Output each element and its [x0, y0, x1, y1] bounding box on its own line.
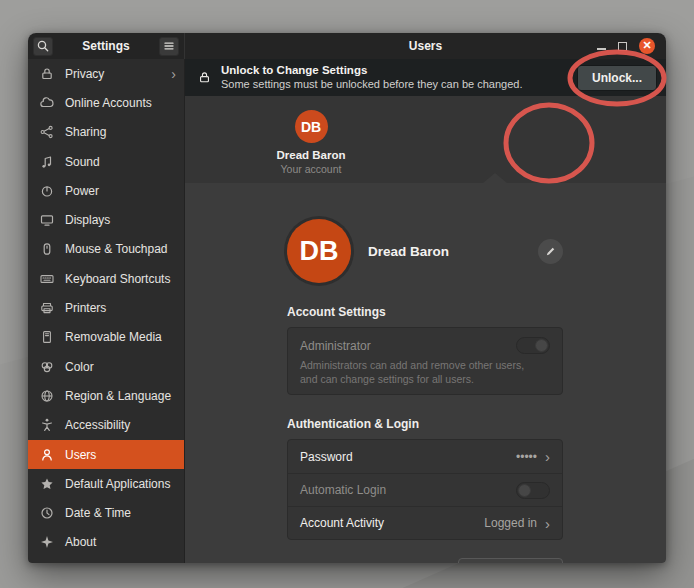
- authentication-login-heading: Authentication & Login: [287, 417, 563, 431]
- display-icon: [39, 212, 55, 228]
- settings-window: Settings Users ✕ Privacy ›: [28, 33, 666, 563]
- globe-icon: [39, 388, 55, 404]
- panel-title: Users: [185, 39, 666, 53]
- sidebar-item-label: Sharing: [65, 125, 106, 139]
- user-icon: [39, 447, 55, 463]
- pencil-icon: [544, 245, 557, 258]
- sidebar-item-displays[interactable]: Displays: [28, 205, 184, 234]
- minimize-button[interactable]: [597, 48, 606, 50]
- sidebar-item-label: Users: [65, 448, 96, 462]
- password-row[interactable]: Password ••••• ›: [288, 440, 562, 473]
- search-button[interactable]: [33, 37, 53, 56]
- sidebar-item-label: Power: [65, 184, 99, 198]
- sidebar-item-accessibility[interactable]: Accessibility: [28, 411, 184, 440]
- remove-user-button[interactable]: Remove User...: [458, 558, 563, 563]
- desktop-background: Settings Users ✕ Privacy ›: [0, 0, 694, 588]
- unlock-banner: Unlock to Change Settings Some settings …: [185, 59, 666, 96]
- automatic-login-row: Automatic Login: [288, 473, 562, 506]
- app-title: Settings: [53, 39, 159, 53]
- chevron-right-icon: ›: [545, 449, 550, 464]
- hamburger-icon: [161, 38, 177, 54]
- administrator-toggle[interactable]: [516, 337, 550, 354]
- account-activity-value: Logged in: [484, 516, 537, 530]
- carousel-user-name: Dread Baron: [246, 149, 376, 161]
- chevron-right-icon: ›: [545, 516, 550, 531]
- sidebar-item-users[interactable]: Users: [28, 440, 184, 469]
- star-icon: [39, 476, 55, 492]
- maximize-button[interactable]: [618, 42, 627, 51]
- unlock-button[interactable]: Unlock...: [577, 65, 657, 91]
- lock-icon: [39, 66, 55, 82]
- sidebar-item-label: Sound: [65, 155, 100, 169]
- sidebar-item-label: Displays: [65, 213, 110, 227]
- sidebar-item-mouse-touchpad[interactable]: Mouse & Touchpad: [28, 235, 184, 264]
- keyboard-icon: [39, 271, 55, 287]
- search-icon: [35, 38, 51, 54]
- share-icon: [39, 124, 55, 140]
- mouse-icon: [39, 241, 55, 257]
- authentication-card: Password ••••• › Automatic Login Account…: [287, 439, 563, 540]
- cloud-icon: [39, 95, 55, 111]
- unlock-title: Unlock to Change Settings: [221, 63, 522, 77]
- close-button[interactable]: ✕: [639, 38, 655, 54]
- sidebar-item-label: Color: [65, 360, 94, 374]
- sidebar-item-label: Privacy: [65, 67, 104, 81]
- account-activity-row[interactable]: Account Activity Logged in ›: [288, 506, 562, 539]
- toggle-knob: [535, 339, 548, 352]
- sidebar-item-color[interactable]: Color: [28, 352, 184, 381]
- accessibility-icon: [39, 417, 55, 433]
- sidebar-item-label: Online Accounts: [65, 96, 152, 110]
- sidebar: Privacy › Online Accounts Sharing Sound: [28, 59, 185, 563]
- account-settings-heading: Account Settings: [287, 305, 563, 319]
- automatic-login-label: Automatic Login: [300, 483, 386, 497]
- sidebar-item-about[interactable]: About: [28, 528, 184, 557]
- avatar: DB: [287, 219, 351, 283]
- sidebar-item-power[interactable]: Power: [28, 176, 184, 205]
- carousel-user-dread-baron[interactable]: DB Dread Baron Your account: [246, 110, 376, 175]
- sidebar-item-label: Accessibility: [65, 418, 130, 432]
- titlebar: Settings Users ✕: [28, 33, 666, 59]
- user-carousel: DB Dread Baron Your account M mumbly: [185, 96, 666, 183]
- user-header: DB Dread Baron: [287, 219, 563, 283]
- clock-icon: [39, 505, 55, 521]
- sidebar-item-label: Printers: [65, 301, 106, 315]
- sidebar-item-label: Default Applications: [65, 477, 170, 491]
- account-activity-label: Account Activity: [300, 516, 384, 530]
- administrator-card: Administrator Administrators can add and…: [287, 327, 563, 395]
- titlebar-left: Settings: [28, 33, 185, 59]
- sidebar-item-sharing[interactable]: Sharing: [28, 118, 184, 147]
- toggle-knob: [518, 484, 531, 497]
- sidebar-item-label: Region & Language: [65, 389, 171, 403]
- carousel-user-subtitle: Your account: [246, 163, 376, 175]
- password-label: Password: [300, 450, 353, 464]
- sidebar-item-online-accounts[interactable]: Online Accounts: [28, 88, 184, 117]
- administrator-description: Administrators can add and remove other …: [300, 359, 530, 386]
- administrator-label: Administrator: [300, 339, 371, 353]
- titlebar-right: Users ✕: [185, 33, 666, 59]
- sidebar-item-privacy[interactable]: Privacy ›: [28, 59, 184, 88]
- chevron-right-icon: ›: [171, 67, 176, 81]
- menu-button[interactable]: [159, 37, 179, 56]
- unlock-subtitle: Some settings must be unlocked before th…: [221, 78, 522, 92]
- user-name: Dread Baron: [368, 244, 449, 259]
- avatar: DB: [295, 110, 328, 143]
- lock-icon: [197, 70, 212, 85]
- sidebar-item-default-applications[interactable]: Default Applications: [28, 469, 184, 498]
- sidebar-item-keyboard-shortcuts[interactable]: Keyboard Shortcuts: [28, 264, 184, 293]
- window-controls: ✕: [597, 38, 666, 54]
- sidebar-item-date-time[interactable]: Date & Time: [28, 498, 184, 527]
- selected-user-caret: [483, 173, 507, 183]
- sidebar-item-label: Removable Media: [65, 330, 162, 344]
- sidebar-item-removable-media[interactable]: Removable Media: [28, 323, 184, 352]
- sidebar-item-label: Mouse & Touchpad: [65, 242, 168, 256]
- music-note-icon: [39, 154, 55, 170]
- sidebar-item-label: Keyboard Shortcuts: [65, 272, 170, 286]
- edit-name-button[interactable]: [538, 239, 563, 264]
- sidebar-item-region-language[interactable]: Region & Language: [28, 381, 184, 410]
- sidebar-item-sound[interactable]: Sound: [28, 147, 184, 176]
- color-icon: [39, 359, 55, 375]
- sidebar-item-printers[interactable]: Printers: [28, 293, 184, 322]
- user-detail: DB Dread Baron Account Settings Administ…: [185, 183, 666, 563]
- printer-icon: [39, 300, 55, 316]
- automatic-login-toggle[interactable]: [516, 482, 550, 499]
